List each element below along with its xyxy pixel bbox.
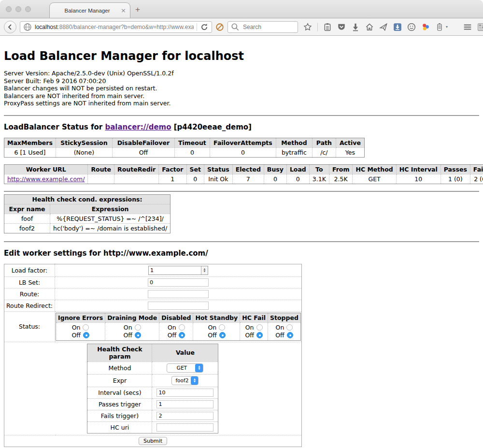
tab-bar: Balancer Manager × + [0, 0, 483, 18]
header-cell: Elected [232, 164, 264, 174]
battery-icon[interactable] [435, 23, 444, 31]
radio-disabled-off[interactable] [179, 332, 185, 338]
cell: 2 (0) [470, 174, 483, 184]
back-button[interactable] [4, 21, 16, 33]
hc-passes-label: Passes trigger [87, 398, 152, 410]
form-row-load-factor: Load factor: ▲▼ [4, 264, 302, 276]
worker-url-link[interactable]: http://www.example.com/ [7, 175, 85, 183]
radio-hc-fail-off[interactable] [256, 332, 263, 338]
hc-uri-input[interactable] [156, 423, 213, 432]
table-header-row: MaxMembers StickySession DisableFailover… [4, 138, 365, 147]
search-bar[interactable] [227, 21, 298, 33]
hc-row-interval: Interval (secs) [87, 387, 218, 398]
reload-icon[interactable] [200, 23, 209, 31]
new-tab-button[interactable]: + [135, 5, 140, 14]
radio-hc-fail-on[interactable] [256, 324, 263, 331]
pocket-icon[interactable] [337, 23, 346, 31]
cell [88, 174, 114, 184]
divider [4, 191, 479, 192]
radio-hot-standby-on[interactable] [219, 324, 225, 331]
radio-disabled-on[interactable] [179, 324, 185, 331]
hc-fails-input[interactable] [156, 412, 213, 420]
tab-balancer-manager[interactable]: Balancer Manager × [49, 2, 130, 18]
header-cell: Path [312, 138, 336, 147]
route-redirect-input[interactable] [148, 302, 209, 310]
tab-close-icon[interactable]: × [121, 7, 126, 14]
cell: Yes [336, 147, 364, 157]
health-check-param-table: Health Check param Value Method GET ▲▼ [87, 344, 218, 434]
load-factor-field[interactable] [149, 266, 201, 275]
worker-status-table: Worker URL Route RouteRedir Factor Set S… [4, 164, 483, 184]
expr-name-cell: foof [4, 214, 50, 223]
hc-expr-select[interactable]: foof2 ▲▼ [171, 376, 199, 385]
cell: bytraffic [276, 147, 312, 157]
cell: 3.1K [309, 174, 329, 184]
cell: 0 [264, 174, 286, 184]
blocked-content-icon[interactable] [215, 23, 224, 31]
radio-ignore-errors-off[interactable] [83, 332, 89, 338]
cell: http://www.example.com/ [4, 174, 88, 184]
header-cell: Ignore Errors [56, 313, 105, 322]
route-input[interactable] [148, 290, 209, 298]
inherit-note-line: Balancers are NOT inherited from main se… [4, 92, 479, 100]
cell: 6 [1 Used] [4, 147, 56, 157]
hc-expr-label: Expr [87, 374, 152, 387]
status-label: Status: [4, 311, 55, 342]
radio-ignore-errors-on[interactable] [83, 324, 89, 331]
url-divider [197, 23, 197, 31]
cell: 1 [159, 174, 186, 184]
close-window-button[interactable] [6, 6, 12, 12]
header-cell: StickySession [56, 138, 112, 147]
header-cell: RouteRedir [114, 164, 159, 174]
send-plane-icon[interactable] [379, 23, 388, 31]
url-bar[interactable]: localhost:8880/balancer-manager?b=demo&w… [20, 21, 212, 33]
reading-list-icon[interactable] [323, 23, 332, 31]
page-title: Load Balancer Manager for localhost [4, 49, 479, 63]
hc-interval-input[interactable] [156, 389, 213, 397]
balancer-demo-link[interactable]: balancer://demo [105, 123, 171, 131]
header-cell: Active [336, 138, 364, 147]
radio-stopped-on[interactable] [286, 324, 293, 331]
header-cell: Busy [264, 164, 286, 174]
radio-draining-mode-off[interactable] [135, 332, 141, 338]
header-cell: To [309, 164, 329, 174]
home-icon[interactable] [365, 23, 374, 31]
feedback-smiley-icon[interactable] [407, 23, 416, 31]
cell: 0 [286, 174, 309, 184]
number-spinner-icon[interactable]: ▲▼ [201, 266, 208, 275]
cell: 0 [174, 147, 210, 157]
url-text[interactable]: localhost:8880/balancer-manager?b=demo&w… [35, 24, 194, 30]
lb-set-input[interactable] [148, 278, 209, 287]
radio-hot-standby-off[interactable] [219, 332, 226, 338]
header-cell: Status [204, 164, 233, 174]
bookmark-star-icon[interactable] [303, 23, 312, 31]
header-cell: Factor [159, 164, 186, 174]
header-cell: Draining Mode [105, 313, 159, 322]
grid-extension-icon[interactable] [477, 23, 483, 31]
colored-dots-icon[interactable] [421, 23, 430, 31]
load-factor-input[interactable]: ▲▼ [148, 266, 208, 275]
status-options-table: Ignore Errors Draining Mode Disabled Hot… [56, 313, 301, 341]
header-cell: Worker URL [4, 164, 88, 174]
hc-interval-label: Interval (secs) [87, 387, 152, 398]
menu-hamburger-icon[interactable] [463, 23, 472, 31]
hc-passes-input[interactable] [156, 400, 213, 408]
header-cell: Expression [50, 204, 170, 214]
downloads-icon[interactable] [351, 23, 360, 31]
hc-method-select[interactable]: GET ▲▼ [167, 363, 203, 373]
header-cell: HC Interval [396, 164, 440, 174]
search-input[interactable] [242, 23, 292, 31]
load-factor-label: Load factor: [4, 264, 55, 276]
cell: (None) [56, 147, 112, 157]
battery-dropdown-caret[interactable]: ▾ [446, 25, 448, 29]
minimize-window-button[interactable] [15, 6, 21, 12]
radio-draining-mode-on[interactable] [135, 324, 141, 331]
extension-download-icon[interactable] [393, 23, 402, 31]
submit-button[interactable]: Submit [139, 437, 167, 445]
radio-stopped-off[interactable] [287, 332, 293, 338]
zoom-window-button[interactable] [25, 6, 31, 12]
cell: 10 [396, 174, 440, 184]
form-row-health-check: Health Check param Value Method GET ▲▼ [4, 342, 302, 435]
header-cell: Health Check param [87, 344, 152, 361]
route-label: Route: [4, 288, 55, 300]
